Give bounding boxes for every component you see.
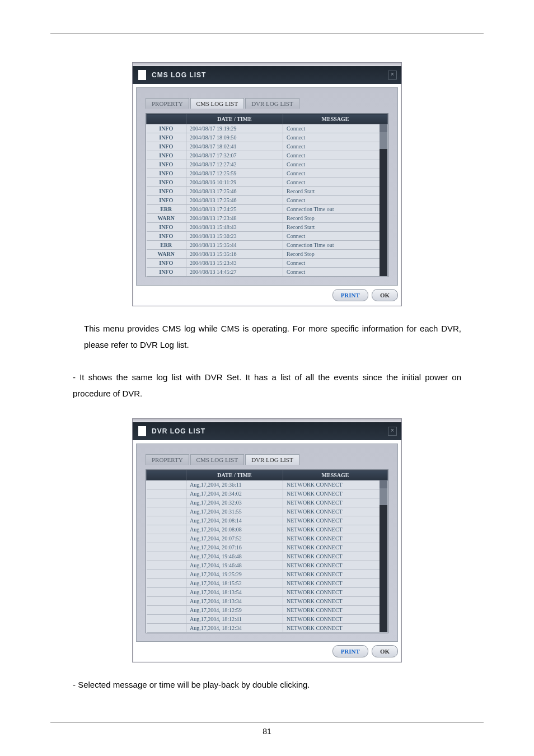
scroll-up-icon[interactable] xyxy=(380,480,387,488)
table-row[interactable]: Aug,17,2004, 19:25:29NETWORK CONNECT xyxy=(147,570,388,579)
col-message: MESSAGE xyxy=(283,114,388,124)
tab-cms-log-list[interactable]: CMS LOG LIST xyxy=(190,454,245,465)
ok-button[interactable]: OK xyxy=(372,289,398,301)
cell-date: Aug,17,2004, 20:07:16 xyxy=(186,543,283,552)
cell-level: INFO xyxy=(147,268,186,277)
table-row[interactable]: Aug,17,2004, 18:13:34NETWORK CONNECT xyxy=(147,597,388,606)
cms-log-list-dialog: CMS LOG LIST × PROPERTY CMS LOG LIST DVR… xyxy=(132,62,402,306)
cell-date: Aug,17,2004, 20:31:55 xyxy=(186,507,283,516)
table-row[interactable]: INFO2004/08/13 17:25:46Connect xyxy=(147,196,388,205)
table-row[interactable]: Aug,17,2004, 18:12:34NETWORK CONNECT xyxy=(147,624,388,633)
cell-level: WARN xyxy=(147,214,186,223)
cell-level xyxy=(147,516,186,525)
cell-message: Connect xyxy=(283,160,388,169)
table-row[interactable]: Aug,17,2004, 20:36:11NETWORK CONNECT xyxy=(147,480,388,489)
cell-date: Aug,17,2004, 18:13:34 xyxy=(186,597,283,606)
cell-message: Record Stop xyxy=(283,250,388,259)
scroll-up-icon[interactable] xyxy=(380,124,387,132)
close-icon[interactable]: × xyxy=(388,427,397,436)
page-number: 81 xyxy=(0,727,534,736)
print-button[interactable]: PRINT xyxy=(332,645,368,657)
cell-date: 2004/08/13 15:23:43 xyxy=(186,259,283,268)
table-row[interactable]: ERR2004/08/13 17:24:25Connection Time ou… xyxy=(147,205,388,214)
table-row[interactable]: Aug,17,2004, 20:08:14NETWORK CONNECT xyxy=(147,516,388,525)
table-row[interactable]: INFO2004/08/13 14:45:27Connect xyxy=(147,268,388,277)
cell-message: NETWORK CONNECT xyxy=(283,552,388,561)
table-row[interactable]: INFO2004/08/13 15:36:23Connect xyxy=(147,232,388,241)
cell-level xyxy=(147,561,186,570)
cell-level xyxy=(147,525,186,534)
table-row[interactable]: Aug,17,2004, 19:46:48NETWORK CONNECT xyxy=(147,552,388,561)
table-row[interactable]: INFO2004/08/13 15:48:43Record Start xyxy=(147,223,388,232)
tab-cms-log-list[interactable]: CMS LOG LIST xyxy=(190,98,245,109)
cell-message: Connect xyxy=(283,133,388,142)
paragraph-1: This menu provides CMS log while CMS is … xyxy=(84,321,461,353)
tab-bar: PROPERTY CMS LOG LIST DVR LOG LIST xyxy=(146,98,388,109)
cell-message: NETWORK CONNECT xyxy=(283,543,388,552)
table-row[interactable]: INFO2004/08/17 18:09:50Connect xyxy=(147,133,388,142)
table-row[interactable]: INFO2004/08/17 17:32:07Connect xyxy=(147,151,388,160)
cell-level xyxy=(147,552,186,561)
close-icon[interactable]: × xyxy=(388,71,397,80)
scrollbar[interactable] xyxy=(380,480,387,632)
scroll-thumb[interactable] xyxy=(380,488,387,505)
dialog-title: DVR LOG LIST xyxy=(152,428,205,435)
table-row[interactable]: Aug,17,2004, 18:13:54NETWORK CONNECT xyxy=(147,588,388,597)
table-row[interactable]: WARN2004/08/13 17:23:48Record Stop xyxy=(147,214,388,223)
dialog-title: CMS LOG LIST xyxy=(152,72,206,78)
table-row[interactable]: ERR2004/08/13 15:35:44Connection Time ou… xyxy=(147,241,388,250)
table-row[interactable]: Aug,17,2004, 20:07:16NETWORK CONNECT xyxy=(147,543,388,552)
cell-date: 2004/08/17 12:27:42 xyxy=(186,160,283,169)
table-row[interactable]: WARN2004/08/13 15:35:16Record Stop xyxy=(147,250,388,259)
cell-date: Aug,17,2004, 18:13:54 xyxy=(186,588,283,597)
cell-date: 2004/08/17 12:25:59 xyxy=(186,169,283,178)
cell-date: Aug,17,2004, 20:08:08 xyxy=(186,525,283,534)
dvr-log-list-dialog: DVR LOG LIST × PROPERTY CMS LOG LIST DVR… xyxy=(132,418,402,662)
tab-property[interactable]: PROPERTY xyxy=(146,454,189,465)
table-row[interactable]: INFO2004/08/17 12:27:42Connect xyxy=(147,160,388,169)
cell-level xyxy=(147,570,186,579)
cell-date: Aug,17,2004, 20:08:14 xyxy=(186,516,283,525)
cell-level xyxy=(147,543,186,552)
cell-date: Aug,17,2004, 19:46:48 xyxy=(186,561,283,570)
cell-level xyxy=(147,579,186,588)
scroll-thumb[interactable] xyxy=(380,132,387,149)
scrollbar[interactable] xyxy=(380,124,387,276)
table-row[interactable]: Aug,17,2004, 20:08:08NETWORK CONNECT xyxy=(147,525,388,534)
tab-dvr-log-list[interactable]: DVR LOG LIST xyxy=(245,454,299,465)
cell-message: NETWORK CONNECT xyxy=(283,507,388,516)
table-row[interactable]: INFO2004/08/17 12:25:59Connect xyxy=(147,169,388,178)
cell-date: 2004/08/13 15:48:43 xyxy=(186,223,283,232)
table-row[interactable]: Aug,17,2004, 20:07:52NETWORK CONNECT xyxy=(147,534,388,543)
dialog-titlebar: DVR LOG LIST × xyxy=(133,422,401,440)
cell-message: NETWORK CONNECT xyxy=(283,516,388,525)
cell-date: Aug,17,2004, 20:34:02 xyxy=(186,489,283,498)
cell-level xyxy=(147,615,186,624)
table-row[interactable]: INFO2004/08/16 10:11:29Connect xyxy=(147,178,388,187)
table-row[interactable]: Aug,17,2004, 18:12:41NETWORK CONNECT xyxy=(147,615,388,624)
print-button[interactable]: PRINT xyxy=(332,289,368,301)
table-row[interactable]: Aug,17,2004, 20:32:03NETWORK CONNECT xyxy=(147,498,388,507)
tab-property[interactable]: PROPERTY xyxy=(146,98,189,109)
table-row[interactable]: INFO2004/08/17 19:19:29Connect xyxy=(147,124,388,133)
cell-date: 2004/08/16 10:11:29 xyxy=(186,178,283,187)
table-row[interactable]: Aug,17,2004, 18:12:59NETWORK CONNECT xyxy=(147,606,388,615)
table-row[interactable]: Aug,17,2004, 20:31:55NETWORK CONNECT xyxy=(147,507,388,516)
cell-level xyxy=(147,588,186,597)
table-row[interactable]: Aug,17,2004, 20:34:02NETWORK CONNECT xyxy=(147,489,388,498)
cell-message: Connect xyxy=(283,196,388,205)
table-row[interactable]: INFO2004/08/17 18:02:41Connect xyxy=(147,142,388,151)
table-row[interactable]: Aug,17,2004, 19:46:48NETWORK CONNECT xyxy=(147,561,388,570)
table-row[interactable]: Aug,17,2004, 18:15:52NETWORK CONNECT xyxy=(147,579,388,588)
ok-button[interactable]: OK xyxy=(372,645,398,657)
cell-date: Aug,17,2004, 19:46:48 xyxy=(186,552,283,561)
paragraph-2: - It shows the same log list with DVR Se… xyxy=(73,370,461,402)
cell-level: INFO xyxy=(147,232,186,241)
cell-level: WARN xyxy=(147,250,186,259)
tab-dvr-log-list[interactable]: DVR LOG LIST xyxy=(245,98,299,109)
cell-level xyxy=(147,498,186,507)
col-date: DATE / TIME xyxy=(186,114,283,124)
table-row[interactable]: INFO2004/08/13 17:25:46Record Start xyxy=(147,187,388,196)
log-table: DATE / TIME MESSAGE INFO2004/08/17 19:19… xyxy=(146,113,388,277)
table-row[interactable]: INFO2004/08/13 15:23:43Connect xyxy=(147,259,388,268)
